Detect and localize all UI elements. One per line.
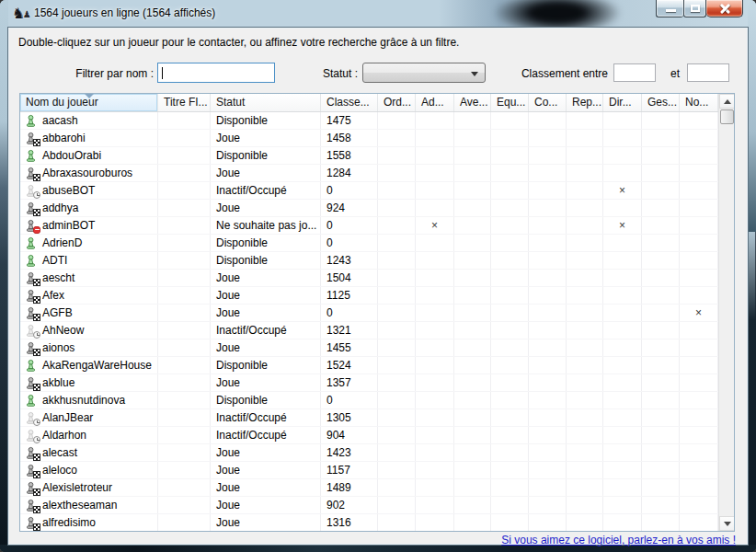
- player-attr-rep: [567, 200, 603, 216]
- player-row[interactable]: aeschtJoue1504: [20, 270, 718, 287]
- player-name-cell: AGFB: [20, 305, 158, 321]
- player-attr-ad: [416, 270, 454, 286]
- player-attr-rep: [567, 147, 603, 164]
- column-header-dir[interactable]: Dir...: [603, 94, 642, 111]
- player-attr-ad: [416, 339, 454, 356]
- close-icon: [719, 3, 731, 15]
- pawn-playing-icon: [24, 132, 38, 145]
- player-name: AhNeow: [42, 322, 84, 339]
- player-attr-equ: [491, 182, 529, 199]
- player-name-cell: AhNeow: [20, 322, 158, 339]
- player-row[interactable]: aionosJoue1455: [20, 339, 718, 357]
- column-header-status[interactable]: Statut: [211, 94, 321, 111]
- player-attr-dir: [603, 305, 642, 321]
- player-row[interactable]: alecastJoue1423: [20, 444, 718, 462]
- cross-mark: ×: [695, 306, 702, 319]
- column-header-name[interactable]: Nom du joueur: [20, 94, 158, 111]
- player-row[interactable]: alelocoJoue1157: [20, 462, 718, 479]
- column-header-co[interactable]: Co...: [529, 94, 567, 111]
- player-row[interactable]: addhyaJoue924: [20, 200, 718, 217]
- player-status: Inactif/Occupé: [211, 182, 321, 199]
- close-button[interactable]: [706, 0, 743, 17]
- player-attr-ges: [642, 427, 680, 443]
- maximize-button[interactable]: [683, 0, 706, 17]
- column-header-rep[interactable]: Rep...: [567, 94, 603, 111]
- player-attr-rep: [567, 252, 603, 269]
- player-attr-ad: [416, 130, 454, 146]
- dialog-client-area: Double-cliquez sur un joueur pour le con…: [8, 28, 748, 545]
- scroll-up-button[interactable]: [719, 94, 735, 109]
- cross-mark: ×: [619, 184, 625, 197]
- player-row[interactable]: AlexisletroteurJoue1489: [20, 479, 718, 497]
- player-attr-dir: [603, 357, 642, 374]
- column-header-ad[interactable]: Ad...: [416, 94, 454, 111]
- player-row[interactable]: abbarohiJoue1458: [20, 130, 718, 147]
- player-row[interactable]: AkaRengaWareHouseDisponible1524: [20, 357, 718, 374]
- scrollbar-thumb[interactable]: [720, 109, 734, 124]
- player-attr-ave: [454, 514, 491, 531]
- column-header-ave[interactable]: Ave...: [454, 94, 491, 111]
- player-name: abuseBOT: [42, 182, 95, 199]
- player-row[interactable]: AldarhonInactif/Occupé904: [20, 427, 718, 444]
- player-row[interactable]: adminBOTNe souhaite pas jo...0××: [20, 217, 718, 235]
- player-attr-dir: [603, 270, 642, 286]
- player-row[interactable]: alextheseamanJoue902: [20, 497, 718, 514]
- player-attr-no: [680, 322, 718, 339]
- column-header-ges[interactable]: Ges...: [642, 94, 680, 111]
- player-row[interactable]: ADTIDisponible1243: [20, 252, 718, 270]
- player-attr-dir: [603, 322, 642, 339]
- players-rows: aacashDisponible1475abbarohiJoue1458Abdo…: [20, 112, 718, 531]
- player-attr-dir: [603, 112, 642, 129]
- player-name-cell: alextheseaman: [20, 497, 158, 513]
- player-row[interactable]: AbdouOrabiDisponible1558: [20, 147, 718, 165]
- titlebar[interactable]: ♞♟ 1564 joueurs en ligne (1564 affichés): [0, 0, 756, 28]
- player-attr-ord: [378, 322, 416, 339]
- player-row[interactable]: akblueJoue1357: [20, 374, 718, 392]
- column-header-equ[interactable]: Equ...: [491, 94, 529, 111]
- filter-name-input[interactable]: [157, 63, 275, 83]
- player-row[interactable]: AbraxasouroburosJoue1284: [20, 165, 718, 182]
- player-row[interactable]: AGFBJoue0×: [20, 305, 718, 322]
- player-row[interactable]: AfexJoue1125: [20, 287, 718, 305]
- player-name: akblue: [42, 374, 74, 391]
- player-attr-co: [529, 357, 567, 374]
- minimize-button[interactable]: [656, 0, 683, 17]
- player-attr-ave: [454, 165, 491, 181]
- player-row[interactable]: aacashDisponible1475: [20, 112, 718, 130]
- pawn-playing-icon: [24, 289, 38, 303]
- pawn-idle-icon: [24, 184, 38, 198]
- player-row[interactable]: akkhusnutdinovaDisponible0: [20, 392, 718, 409]
- player-status: Disponible: [211, 392, 321, 408]
- ranking-max-input[interactable]: [687, 63, 729, 82]
- vertical-scrollbar[interactable]: [718, 94, 734, 531]
- player-attr-ord: [378, 374, 416, 391]
- player-attr-no: [680, 462, 718, 478]
- player-attr-title: [158, 252, 211, 269]
- player-attr-ord: [378, 287, 416, 304]
- column-header-rating[interactable]: Classe...: [321, 94, 378, 111]
- ranking-min-input[interactable]: [613, 63, 656, 82]
- player-row[interactable]: abuseBOTInactif/Occupé0×: [20, 182, 718, 200]
- badge-noentry-icon: [33, 226, 40, 234]
- player-rating: 1455: [321, 339, 378, 356]
- share-software-link[interactable]: Si vous aimez ce logiciel, parlez-en à v…: [501, 534, 736, 546]
- player-attr-co: [529, 392, 567, 408]
- player-attr-title: [158, 147, 211, 164]
- player-row[interactable]: AdrienDDisponible0: [20, 235, 718, 252]
- column-header-title[interactable]: Titre FI...: [158, 94, 211, 111]
- column-header-no[interactable]: No...: [680, 94, 718, 111]
- player-name: Afex: [42, 287, 64, 304]
- column-header-ord[interactable]: Ord...: [378, 94, 416, 111]
- player-row[interactable]: AlanJBearInactif/Occupé1305: [20, 409, 718, 427]
- player-status: Joue: [211, 374, 321, 391]
- player-attr-ges: [642, 305, 680, 321]
- player-name-cell: aacash: [20, 112, 158, 129]
- column-header-label: Ord...: [384, 96, 411, 109]
- player-attr-ord: [378, 200, 416, 216]
- player-row[interactable]: alfredisimoJoue1316: [20, 514, 718, 531]
- scroll-down-button[interactable]: [719, 516, 735, 531]
- player-row[interactable]: AhNeowInactif/Occupé1321: [20, 322, 718, 339]
- player-attr-ord: [378, 514, 416, 531]
- status-dropdown[interactable]: [362, 63, 486, 83]
- player-status: Disponible: [211, 252, 321, 269]
